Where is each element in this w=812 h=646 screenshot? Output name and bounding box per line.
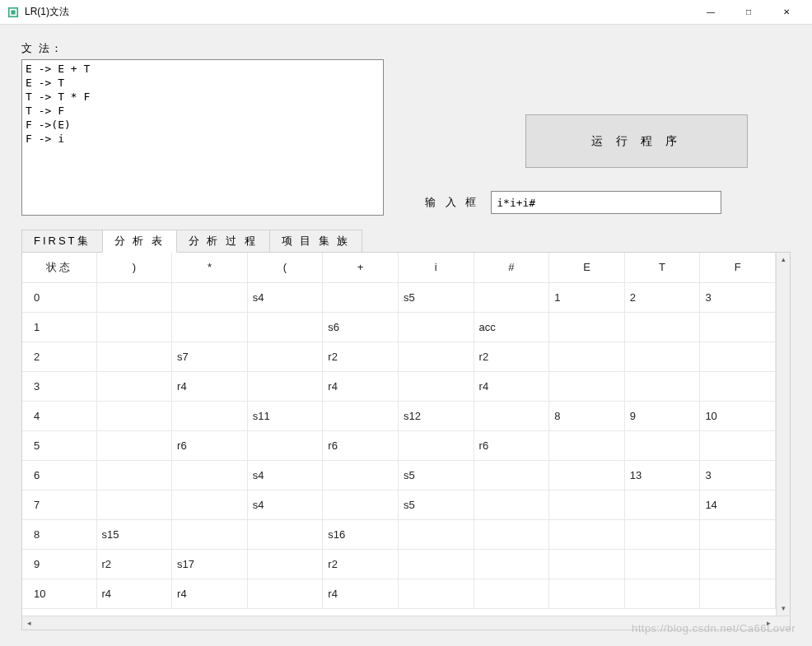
cell [172,312,248,342]
cell [96,371,172,401]
cell [96,312,172,342]
table-row[interactable]: 0s4s5123 [22,282,776,312]
cell [398,342,474,371]
grammar-panel: 文 法： [21,41,384,218]
cell [474,460,549,490]
cell [323,282,399,312]
table-row[interactable]: 10r4r4r4 [22,579,776,608]
cell [549,490,625,519]
cell [172,460,248,490]
cell: s5 [398,460,474,490]
table-row[interactable]: 7s4s514 [22,490,776,519]
horizontal-scrollbar[interactable] [22,616,790,630]
maximize-button[interactable]: □ [730,0,768,25]
window-controls: — □ ✕ [692,0,805,25]
tabstrip: FIRST集 分 析 表 分 析 过 程 项 目 集 族 [21,230,791,253]
cell [474,579,549,608]
cell [398,519,474,549]
cell: r6 [474,430,549,460]
cell [172,282,248,312]
cell [700,549,776,579]
cell: r4 [96,579,172,608]
grammar-textarea[interactable] [21,59,384,216]
table-header-row: 状态 ) * ( + i # E T F [22,253,776,282]
cell [247,579,323,608]
table-row[interactable]: 9r2s17r2 [22,549,776,579]
cell: s12 [398,401,474,430]
cell [624,490,700,519]
cell [700,430,776,460]
cell-state: 7 [22,490,96,519]
titlebar: LR(1)文法 — □ ✕ [0,0,812,25]
cell [172,519,248,549]
table-row[interactable]: 5r6r6r6 [22,430,776,460]
cell [96,460,172,490]
cell: s4 [247,460,323,490]
cell [247,342,323,371]
run-button[interactable]: 运 行 程 序 [525,114,748,168]
cell: s4 [247,490,323,519]
cell: r2 [96,549,172,579]
cell [247,312,323,342]
cell [624,312,700,342]
parse-table: 状态 ) * ( + i # E T F [22,253,776,609]
tab-parse-table[interactable]: 分 析 表 [102,230,177,253]
cell: s5 [398,282,474,312]
cell: s7 [172,342,248,371]
cell [700,371,776,401]
input-label: 输 入 框 [425,195,479,210]
cell [247,430,323,460]
input-field[interactable] [491,191,721,214]
cell [624,342,700,371]
cell [700,342,776,371]
cell: r6 [323,430,399,460]
table-row[interactable]: 8s15s16 [22,519,776,549]
close-button[interactable]: ✕ [768,0,805,25]
table-viewport: 状态 ) * ( + i # E T F [22,253,776,616]
cell-state: 0 [22,282,96,312]
cell: 3 [700,460,776,490]
table-row[interactable]: 4s11s128910 [22,401,776,430]
minimize-button[interactable]: — [692,0,730,25]
table-row[interactable]: 2s7r2r2 [22,342,776,371]
cell [96,401,172,430]
cell-state: 1 [22,312,96,342]
cell-state: 10 [22,579,96,608]
cell [474,401,549,430]
cell [700,579,776,608]
col-plus: + [323,253,399,282]
cell [247,371,323,401]
cell: 3 [700,282,776,312]
cell [172,401,248,430]
tab-item-sets[interactable]: 项 目 集 族 [269,230,363,253]
input-row: 输 入 框 [425,191,782,214]
table-row[interactable]: 1s6acc [22,312,776,342]
cell [96,490,172,519]
tabs-wrapper: FIRST集 分 析 表 分 析 过 程 项 目 集 族 状态 ) * ( [21,230,791,630]
cell [624,519,700,549]
cell [549,371,625,401]
cell [474,519,549,549]
cell: r4 [172,371,248,401]
cell [549,460,625,490]
cell: r2 [474,342,549,371]
cell: 9 [624,401,700,430]
table-row[interactable]: 3r4r4r4 [22,371,776,401]
cell [247,519,323,549]
col-E: E [549,253,625,282]
cell [624,371,700,401]
tab-first-set[interactable]: FIRST集 [21,230,103,253]
table-row[interactable]: 6s4s5133 [22,460,776,490]
cell: 10 [700,401,776,430]
vertical-scrollbar[interactable] [776,253,790,616]
cell [549,430,625,460]
cell [398,549,474,579]
content-area: 文 法： 运 行 程 序 输 入 框 FIRST集 分 析 表 分 析 过 程 … [0,25,812,646]
app-icon [7,6,20,19]
cell [549,312,625,342]
col-hash: # [474,253,549,282]
cell [700,519,776,549]
cell [398,430,474,460]
cell [323,490,399,519]
tab-parse-process[interactable]: 分 析 过 程 [176,230,270,253]
